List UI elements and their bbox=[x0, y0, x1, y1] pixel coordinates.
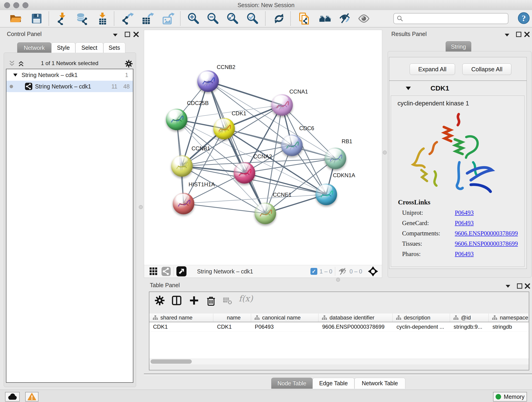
network-node-ccna1[interactable] bbox=[271, 94, 293, 116]
show-all-button[interactable] bbox=[357, 12, 370, 25]
scrollbar-thumb[interactable] bbox=[151, 359, 192, 364]
panel-close-icon[interactable] bbox=[525, 283, 530, 289]
cloud-status-button[interactable] bbox=[5, 392, 20, 402]
table-horizontal-scrollbar[interactable] bbox=[149, 359, 529, 364]
column-header-name[interactable]: name bbox=[213, 313, 251, 322]
network-overview-icon[interactable] bbox=[162, 267, 171, 276]
table-cell[interactable]: CDK1 bbox=[213, 322, 251, 332]
horizontal-splitter-handle[interactable] bbox=[336, 278, 340, 282]
table-cell[interactable]: 9606.ENSP00000378699 bbox=[318, 322, 393, 332]
crosslink-link[interactable]: P06493 bbox=[455, 250, 474, 257]
network-edge[interactable] bbox=[224, 128, 336, 158]
network-node-cdk1[interactable] bbox=[213, 118, 235, 139]
table-cell[interactable]: stringdb:9... bbox=[450, 322, 489, 332]
panel-menu-icon[interactable] bbox=[505, 33, 510, 37]
table-row[interactable]: CDK1CDK1P064939606.ENSP00000378699cyclin… bbox=[149, 322, 529, 332]
gear-icon[interactable] bbox=[125, 60, 133, 68]
function-builder-icon[interactable]: f(x) bbox=[239, 294, 253, 303]
network-row[interactable]: String Network – cdk1 11 48 bbox=[6, 81, 133, 92]
column-header--id[interactable]: @id bbox=[450, 313, 489, 322]
table-cell[interactable]: cyclin-dependent ... bbox=[393, 322, 450, 332]
panel-float-icon[interactable] bbox=[517, 283, 522, 289]
column-header-description[interactable]: description bbox=[393, 313, 450, 322]
delete-table-icon[interactable] bbox=[223, 295, 232, 306]
network-edge[interactable] bbox=[208, 81, 265, 213]
network-node-ccnb2[interactable] bbox=[197, 70, 219, 92]
birds-eye-view-icon[interactable] bbox=[177, 266, 186, 276]
panel-menu-icon[interactable] bbox=[113, 33, 118, 37]
column-header-namespace[interactable]: namespace bbox=[489, 313, 529, 322]
memory-button[interactable]: Memory bbox=[493, 392, 527, 402]
panel-close-icon[interactable] bbox=[524, 32, 530, 37]
column-header-canonical-name[interactable]: canonical name bbox=[251, 313, 318, 322]
network-node-cdc25b[interactable] bbox=[166, 109, 187, 130]
entry-expander-icon[interactable] bbox=[406, 87, 411, 90]
crosslink-link[interactable]: P06493 bbox=[455, 220, 474, 226]
save-session-button[interactable] bbox=[30, 12, 43, 25]
column-header-shared-name[interactable]: shared name bbox=[149, 313, 213, 322]
create-column-plus-icon[interactable] bbox=[189, 295, 199, 306]
panel-float-icon[interactable] bbox=[125, 32, 130, 37]
tab-network-table[interactable]: Network Table bbox=[355, 378, 405, 389]
search-field[interactable] bbox=[393, 13, 508, 24]
network-edge[interactable] bbox=[184, 204, 265, 213]
tab-sets[interactable]: Sets bbox=[103, 42, 125, 53]
gene-entry-header[interactable]: CDK1 bbox=[389, 81, 526, 96]
export-image-button[interactable] bbox=[162, 12, 175, 25]
panel-close-icon[interactable] bbox=[133, 32, 139, 37]
network-node-cdkn1a[interactable] bbox=[316, 184, 337, 205]
zoom-in-button[interactable] bbox=[187, 12, 200, 25]
refresh-button[interactable] bbox=[273, 12, 285, 25]
import-table-file-button[interactable] bbox=[96, 12, 109, 25]
network-edge[interactable] bbox=[177, 105, 282, 119]
tab-network[interactable]: Network bbox=[17, 42, 51, 53]
vertical-splitter-handle[interactable] bbox=[139, 205, 143, 209]
expand-all-button[interactable]: Expand All bbox=[410, 64, 455, 75]
search-input[interactable] bbox=[405, 15, 508, 22]
panel-float-icon[interactable] bbox=[516, 32, 521, 37]
zoom-selected-button[interactable] bbox=[246, 12, 259, 25]
network-node-ccnb1[interactable] bbox=[171, 155, 193, 177]
table-settings-gear-icon[interactable] bbox=[154, 295, 165, 306]
network-node-ccna2[interactable] bbox=[234, 162, 255, 184]
tab-style[interactable]: Style bbox=[51, 42, 75, 53]
tree-expander-icon[interactable] bbox=[13, 74, 17, 77]
network-edge[interactable] bbox=[208, 81, 282, 105]
tab-edge-table[interactable]: Edge Table bbox=[312, 378, 355, 389]
export-network-button[interactable] bbox=[121, 12, 134, 25]
import-network-database-button[interactable] bbox=[76, 12, 89, 25]
panel-menu-icon[interactable] bbox=[505, 285, 510, 288]
network-node-cdc6[interactable] bbox=[281, 134, 303, 156]
fit-selected-crosshair-icon[interactable] bbox=[368, 266, 378, 277]
table-cell[interactable]: CDK1 bbox=[149, 322, 213, 332]
import-network-file-button[interactable] bbox=[56, 12, 69, 25]
crosslink-link[interactable]: P06493 bbox=[455, 209, 474, 216]
zoom-fit-button[interactable] bbox=[226, 12, 239, 25]
network-edge[interactable] bbox=[244, 173, 326, 194]
column-header-database-identifier[interactable]: database identifier bbox=[318, 313, 393, 322]
network-node-hist1h1a[interactable] bbox=[173, 193, 194, 214]
clone-network-button[interactable] bbox=[298, 12, 311, 25]
selected-indicator-checkbox[interactable]: ✓ bbox=[310, 268, 317, 275]
crosslink-link[interactable]: 9606.ENSP00000378699 bbox=[455, 230, 518, 237]
hide-selected-button[interactable] bbox=[338, 12, 351, 25]
tab-select[interactable]: Select bbox=[75, 42, 103, 53]
first-neighbors-button[interactable] bbox=[319, 12, 332, 25]
table-cell[interactable]: P06493 bbox=[251, 322, 318, 332]
open-session-button[interactable] bbox=[9, 12, 22, 25]
delete-column-trash-icon[interactable] bbox=[206, 295, 216, 306]
export-table-button[interactable] bbox=[142, 12, 154, 25]
help-button[interactable]: ? bbox=[517, 12, 530, 25]
show-columns-icon[interactable] bbox=[171, 295, 182, 306]
tab-node-table[interactable]: Node Table bbox=[271, 378, 312, 389]
network-node-rb1[interactable] bbox=[325, 148, 346, 169]
warnings-button[interactable] bbox=[25, 392, 38, 402]
grid-view-icon[interactable] bbox=[149, 267, 158, 276]
network-collection-row[interactable]: String Network – cdk1 1 bbox=[6, 69, 133, 81]
tab-string[interactable]: String bbox=[446, 41, 471, 51]
network-canvas[interactable]: CCNB2 CCNA1 CDC25B CDK1 CDC6 RB1 CCNB1 C… bbox=[144, 30, 382, 265]
crosslink-link[interactable]: 9606.ENSP00000378699 bbox=[455, 240, 518, 247]
collapse-all-button[interactable]: Collapse All bbox=[462, 64, 511, 75]
network-node-ccne1[interactable] bbox=[254, 203, 276, 224]
zoom-out-button[interactable] bbox=[207, 12, 220, 25]
